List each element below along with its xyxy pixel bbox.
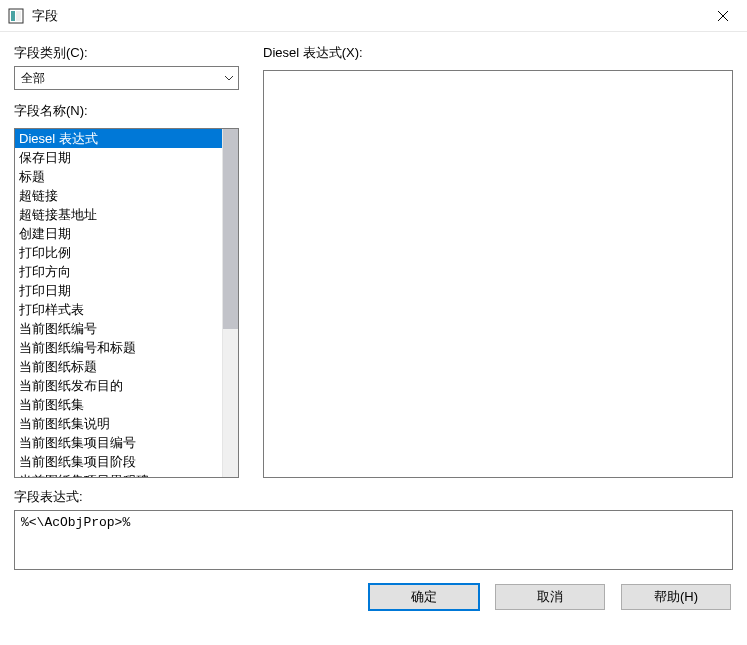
list-item[interactable]: 当前图纸集项目编号 — [15, 433, 222, 452]
category-selected: 全部 — [21, 70, 45, 87]
list-item[interactable]: 超链接 — [15, 186, 222, 205]
list-item[interactable]: Diesel 表达式 — [15, 129, 222, 148]
list-item[interactable]: 打印方向 — [15, 262, 222, 281]
chevron-down-icon — [224, 73, 234, 83]
category-combo[interactable]: 全部 — [14, 66, 239, 90]
bottom-section: 字段表达式: %<\AcObjProp>% — [14, 488, 733, 570]
upper-section: 字段类别(C): 全部 字段名称(N): Diesel 表达式保存日期标题超链接… — [14, 44, 733, 478]
help-button[interactable]: 帮助(H) — [621, 584, 731, 610]
scrollbar[interactable] — [222, 129, 238, 477]
svg-rect-2 — [16, 11, 21, 21]
diesel-expr-label: Diesel 表达式(X): — [263, 44, 733, 62]
right-column: Diesel 表达式(X): — [263, 44, 733, 478]
list-item[interactable]: 当前图纸集项目里程碑 — [15, 471, 222, 477]
list-item[interactable]: 超链接基地址 — [15, 205, 222, 224]
titlebar: 字段 — [0, 0, 747, 32]
list-item[interactable]: 创建日期 — [15, 224, 222, 243]
fieldname-listbox[interactable]: Diesel 表达式保存日期标题超链接超链接基地址创建日期打印比例打印方向打印日… — [15, 129, 222, 477]
close-button[interactable] — [703, 1, 743, 31]
fieldname-label: 字段名称(N): — [14, 102, 239, 120]
ok-button[interactable]: 确定 — [369, 584, 479, 610]
list-item[interactable]: 当前图纸标题 — [15, 357, 222, 376]
svg-rect-1 — [11, 11, 15, 21]
list-item[interactable]: 当前图纸集项目阶段 — [15, 452, 222, 471]
list-item[interactable]: 当前图纸集 — [15, 395, 222, 414]
list-item[interactable]: 打印日期 — [15, 281, 222, 300]
list-item[interactable]: 当前图纸编号和标题 — [15, 338, 222, 357]
scrollbar-thumb[interactable] — [223, 129, 238, 329]
fieldname-listbox-wrapper: Diesel 表达式保存日期标题超链接超链接基地址创建日期打印比例打印方向打印日… — [14, 128, 239, 478]
list-item[interactable]: 打印比例 — [15, 243, 222, 262]
list-item[interactable]: 当前图纸编号 — [15, 319, 222, 338]
field-expr-label: 字段表达式: — [14, 488, 733, 506]
list-item[interactable]: 保存日期 — [15, 148, 222, 167]
button-row: 确定 取消 帮助(H) — [14, 584, 733, 610]
app-icon — [8, 8, 24, 24]
list-item[interactable]: 标题 — [15, 167, 222, 186]
left-column: 字段类别(C): 全部 字段名称(N): Diesel 表达式保存日期标题超链接… — [14, 44, 239, 478]
titlebar-left: 字段 — [8, 7, 58, 25]
window-title: 字段 — [32, 7, 58, 25]
list-item[interactable]: 打印样式表 — [15, 300, 222, 319]
diesel-expression-textarea[interactable] — [263, 70, 733, 478]
category-label: 字段类别(C): — [14, 44, 239, 62]
list-item[interactable]: 当前图纸集说明 — [15, 414, 222, 433]
field-expression-box[interactable]: %<\AcObjProp>% — [14, 510, 733, 570]
content: 字段类别(C): 全部 字段名称(N): Diesel 表达式保存日期标题超链接… — [0, 32, 747, 622]
list-item[interactable]: 当前图纸发布目的 — [15, 376, 222, 395]
cancel-button[interactable]: 取消 — [495, 584, 605, 610]
